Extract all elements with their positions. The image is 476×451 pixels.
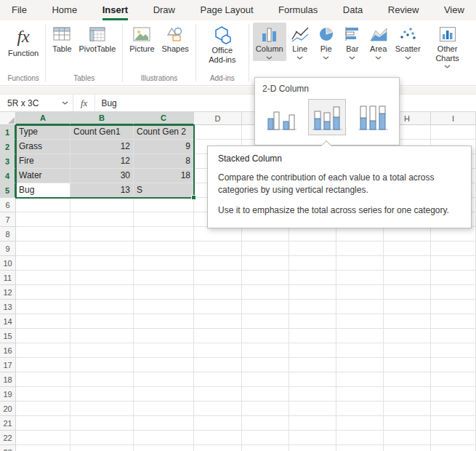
tab-data[interactable]: Data: [343, 0, 363, 20]
cell-F17[interactable]: [289, 358, 336, 372]
cell-A1[interactable]: Type: [16, 125, 70, 140]
cell-A7[interactable]: [16, 212, 70, 227]
row-header-16[interactable]: 16: [0, 343, 16, 358]
cell-B15[interactable]: [70, 329, 134, 343]
cell-E10[interactable]: [242, 256, 289, 271]
cell-A13[interactable]: [16, 300, 70, 314]
option-stacked-column[interactable]: [308, 99, 346, 135]
cell-F20[interactable]: [289, 402, 336, 416]
column-chart-button[interactable]: Column: [253, 23, 286, 61]
row-header-15[interactable]: 15: [0, 329, 16, 343]
cell-B13[interactable]: [70, 300, 134, 314]
row-header-5[interactable]: 5: [0, 183, 16, 198]
cell-B3[interactable]: 12: [70, 154, 134, 169]
cell-E21[interactable]: [242, 416, 289, 431]
cell-F14[interactable]: [289, 314, 336, 329]
row-header-2[interactable]: 2: [0, 140, 16, 154]
cell-G13[interactable]: [336, 300, 384, 314]
row-header-23[interactable]: 23: [0, 445, 16, 451]
cell-C3[interactable]: 8: [134, 154, 194, 169]
line-chart-button[interactable]: Line: [288, 23, 312, 61]
insert-function-icon[interactable]: fx: [73, 95, 94, 111]
fill-handle[interactable]: [191, 195, 196, 200]
row-header-20[interactable]: 20: [0, 402, 16, 416]
cell-C17[interactable]: [134, 358, 194, 372]
cell-A20[interactable]: [16, 402, 70, 416]
cell-F23[interactable]: [289, 445, 336, 451]
cell-A11[interactable]: [16, 271, 70, 285]
cell-C19[interactable]: [134, 387, 194, 402]
cell-B21[interactable]: [70, 416, 134, 431]
office-addins-button[interactable]: Office Add-ins: [200, 23, 245, 65]
cell-A6[interactable]: [16, 198, 70, 212]
cell-F21[interactable]: [289, 416, 336, 431]
cell-B10[interactable]: [70, 256, 134, 271]
pie-chart-button[interactable]: Pie: [314, 23, 339, 61]
cell-E14[interactable]: [242, 314, 289, 329]
row-header-18[interactable]: 18: [0, 372, 16, 387]
cell-C1[interactable]: Count Gen 2: [134, 125, 194, 140]
cell-I19[interactable]: [431, 387, 476, 402]
cell-D14[interactable]: [194, 314, 242, 329]
cell-E18[interactable]: [242, 372, 289, 387]
cell-A4[interactable]: Water: [16, 169, 70, 183]
tab-draw[interactable]: Draw: [153, 0, 175, 20]
cell-D23[interactable]: [194, 445, 242, 451]
cell-I15[interactable]: [431, 329, 476, 343]
row-header-8[interactable]: 8: [0, 227, 16, 242]
cell-H17[interactable]: [384, 358, 431, 372]
cell-A18[interactable]: [16, 372, 70, 387]
pivottable-button[interactable]: PivotTable: [76, 23, 119, 55]
tab-page-layout[interactable]: Page Layout: [201, 0, 254, 20]
cell-F16[interactable]: [289, 343, 336, 358]
cell-A10[interactable]: [16, 256, 70, 271]
row-header-13[interactable]: 13: [0, 300, 16, 314]
cell-I1[interactable]: [431, 125, 476, 140]
cell-I9[interactable]: [431, 242, 476, 256]
cell-G16[interactable]: [336, 343, 384, 358]
cell-B6[interactable]: [70, 198, 134, 212]
tab-insert[interactable]: Insert: [102, 0, 128, 20]
row-header-3[interactable]: 3: [0, 154, 16, 169]
row-header-7[interactable]: 7: [0, 212, 16, 227]
cell-B22[interactable]: [70, 431, 134, 445]
cell-I14[interactable]: [431, 314, 476, 329]
cell-B20[interactable]: [70, 402, 134, 416]
cell-G21[interactable]: [336, 416, 384, 431]
cell-F9[interactable]: [289, 242, 336, 256]
cell-D16[interactable]: [194, 343, 242, 358]
cell-E22[interactable]: [242, 431, 289, 445]
cell-G23[interactable]: [336, 445, 384, 451]
cell-I20[interactable]: [431, 402, 476, 416]
cell-I18[interactable]: [431, 372, 476, 387]
cell-G15[interactable]: [336, 329, 384, 343]
row-header-14[interactable]: 14: [0, 314, 16, 329]
cell-I11[interactable]: [431, 271, 476, 285]
cell-F12[interactable]: [289, 285, 336, 300]
cell-H20[interactable]: [384, 402, 431, 416]
cell-B9[interactable]: [70, 242, 134, 256]
cell-A2[interactable]: Grass: [16, 140, 70, 154]
cell-C12[interactable]: [134, 285, 194, 300]
cell-E11[interactable]: [242, 271, 289, 285]
cell-E15[interactable]: [242, 329, 289, 343]
row-header-4[interactable]: 4: [0, 169, 16, 183]
cell-B14[interactable]: [70, 314, 134, 329]
cell-C14[interactable]: [134, 314, 194, 329]
cell-E17[interactable]: [242, 358, 289, 372]
cell-C10[interactable]: [134, 256, 194, 271]
cell-C6[interactable]: [134, 198, 194, 212]
cell-G12[interactable]: [336, 285, 384, 300]
cell-F15[interactable]: [289, 329, 336, 343]
cell-E19[interactable]: [242, 387, 289, 402]
column-header-I[interactable]: I: [431, 112, 476, 125]
cell-C15[interactable]: [134, 329, 194, 343]
cell-D9[interactable]: [194, 242, 242, 256]
cell-B18[interactable]: [70, 372, 134, 387]
cell-C9[interactable]: [134, 242, 194, 256]
cell-D20[interactable]: [194, 402, 242, 416]
cell-D18[interactable]: [194, 372, 242, 387]
cell-B2[interactable]: 12: [70, 140, 134, 154]
cell-A16[interactable]: [16, 343, 70, 358]
cell-H11[interactable]: [384, 271, 431, 285]
